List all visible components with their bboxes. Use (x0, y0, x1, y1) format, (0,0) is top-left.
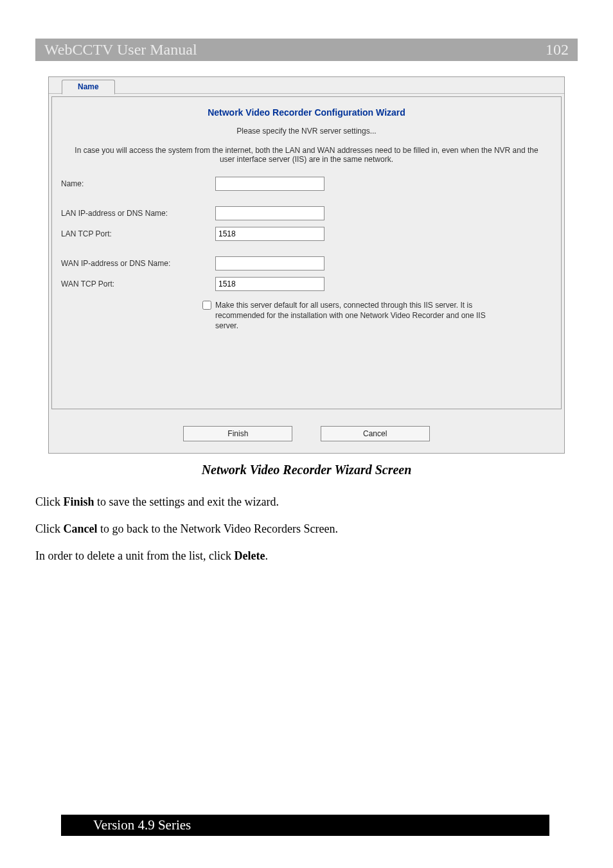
wizard-body: Network Video Recorder Configuration Wiz… (51, 96, 562, 409)
label-wan-port: WAN TCP Port: (61, 279, 215, 288)
wizard-subtitle: Please specify the NVR server settings..… (61, 127, 552, 136)
row-wan-port: WAN TCP Port: (61, 277, 552, 291)
text: Click (35, 495, 64, 508)
input-lan-port[interactable] (215, 227, 324, 241)
paragraph-delete: In order to delete a unit from the list,… (35, 548, 578, 563)
checkbox-col (61, 300, 215, 332)
wizard-note: In case you will access the system from … (73, 146, 540, 164)
bold-finish: Finish (64, 495, 94, 508)
spacer (61, 197, 552, 206)
row-default-checkbox: Make this server default for all users, … (61, 300, 552, 332)
row-lan-ip: LAN IP-address or DNS Name: (61, 206, 552, 220)
finish-button-label: Finish (227, 429, 248, 438)
header-title: WebCCTV User Manual (44, 41, 197, 58)
label-lan-ip: LAN IP-address or DNS Name: (61, 209, 215, 218)
row-lan-port: LAN TCP Port: (61, 227, 552, 241)
text: In order to delete a unit from the list,… (35, 549, 234, 562)
text: . (265, 549, 268, 562)
spacer (61, 247, 552, 256)
tab-row: Name (49, 77, 564, 94)
input-wan-port[interactable] (215, 277, 324, 291)
figure-caption: Network Video Recorder Wizard Screen (35, 463, 578, 477)
bold-delete: Delete (234, 549, 265, 562)
page-footer: Version 4.9 Series (35, 815, 578, 836)
bold-cancel: Cancel (64, 522, 98, 535)
text: to save the settings and exit the wizard… (94, 495, 279, 508)
page-header-bar: WebCCTV User Manual 102 (35, 39, 578, 61)
default-server-checkbox[interactable] (202, 301, 211, 310)
input-name[interactable] (215, 177, 324, 191)
finish-button[interactable]: Finish (183, 426, 292, 441)
input-lan-ip[interactable] (215, 206, 324, 220)
text: Click (35, 522, 64, 535)
paragraph-finish: Click Finish to save the settings and ex… (35, 494, 578, 509)
button-bar: Finish Cancel (49, 412, 564, 453)
input-wan-ip[interactable] (215, 256, 324, 270)
label-name: Name: (61, 179, 215, 188)
row-name: Name: (61, 177, 552, 191)
default-server-label: Make this server default for all users, … (215, 300, 504, 332)
cancel-button[interactable]: Cancel (321, 426, 430, 441)
tab-name-label: Name (78, 82, 99, 91)
page-number: 102 (546, 41, 569, 58)
label-wan-ip: WAN IP-address or DNS Name: (61, 259, 215, 268)
document-page: WebCCTV User Manual 102 Name Network Vid… (0, 0, 613, 868)
wizard-title: Network Video Recorder Configuration Wiz… (61, 107, 552, 118)
tab-name[interactable]: Name (62, 80, 115, 94)
label-lan-port: LAN TCP Port: (61, 229, 215, 238)
cancel-button-label: Cancel (363, 429, 387, 438)
footer-text: Version 4.9 Series (61, 815, 549, 836)
wizard-screenshot: Name Network Video Recorder Configuratio… (48, 76, 565, 454)
paragraph-cancel: Click Cancel to go back to the Network V… (35, 521, 578, 536)
row-wan-ip: WAN IP-address or DNS Name: (61, 256, 552, 270)
text: to go back to the Network Video Recorder… (98, 522, 338, 535)
